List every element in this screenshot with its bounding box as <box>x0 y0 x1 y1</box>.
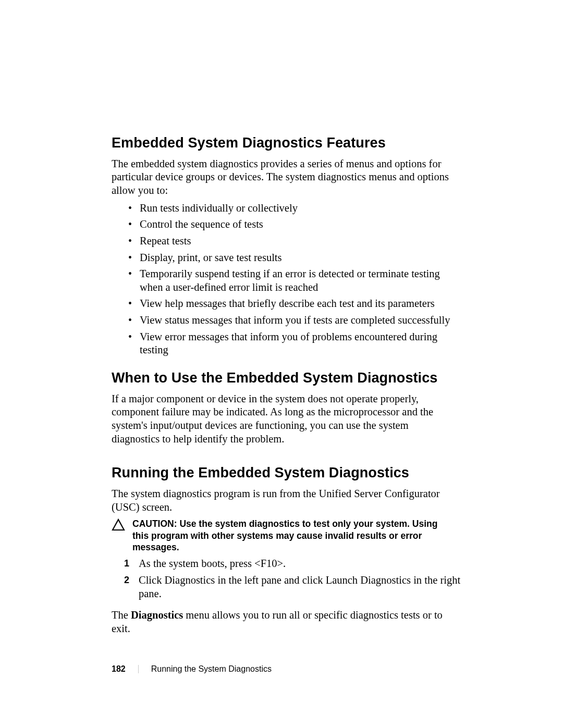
list-item: As the system boots, press <F10>. <box>124 557 463 574</box>
paragraph-when-to-use: If a major component or device in the sy… <box>112 392 456 446</box>
list-item: Run tests individually or collectively <box>128 202 462 218</box>
footer-separator <box>138 665 139 673</box>
steps-list: As the system boots, press <F10>. Click … <box>112 557 463 603</box>
paragraph-closing: The Diagnostics menu allows you to run a… <box>112 609 456 635</box>
paragraph-running-intro: The system diagnostics program is run fr… <box>112 487 456 514</box>
page-number: 182 <box>112 664 126 674</box>
list-item: Control the sequence of tests <box>128 218 462 235</box>
page-footer: 182 Running the System Diagnostics <box>112 664 469 674</box>
closing-bold: Diagnostics <box>131 609 183 621</box>
heading-features: Embedded System Diagnostics Features <box>112 134 469 152</box>
list-item: Display, print, or save test results <box>128 251 462 268</box>
heading-running: Running the Embedded System Diagnostics <box>112 464 469 482</box>
list-item: Click Diagnostics in the left pane and c… <box>124 574 463 603</box>
list-item: Repeat tests <box>128 235 462 251</box>
caution-block: CAUTION: Use the system diagnostics to t… <box>112 518 456 553</box>
list-item: Temporarily suspend testing if an error … <box>128 267 462 297</box>
caution-triangle-icon <box>112 519 125 533</box>
closing-pre: The <box>112 609 131 621</box>
list-item: View help messages that briefly describe… <box>128 297 462 314</box>
list-item: View error messages that inform you of p… <box>128 330 462 360</box>
features-bullets: Run tests individually or collectively C… <box>112 202 462 360</box>
footer-title: Running the System Diagnostics <box>151 664 272 674</box>
heading-when-to-use: When to Use the Embedded System Diagnost… <box>112 369 469 387</box>
caution-text: CAUTION: Use the system diagnostics to t… <box>132 518 456 553</box>
paragraph-features-intro: The embedded system diagnostics provides… <box>112 157 456 198</box>
list-item: View status messages that inform you if … <box>128 314 462 330</box>
page: Embedded System Diagnostics Features The… <box>0 0 563 728</box>
caution-lead: CAUTION: <box>132 519 179 529</box>
